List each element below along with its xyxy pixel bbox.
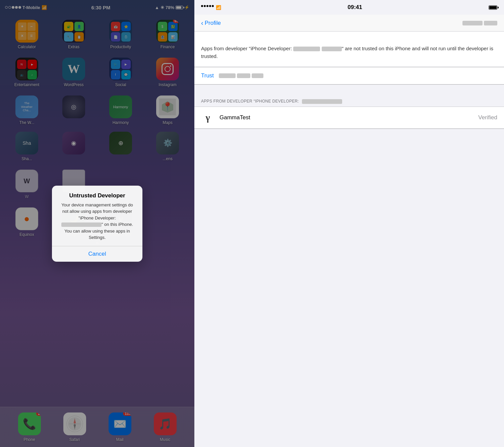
alert-content: Untrusted Developer Your device manageme… [52,186,142,246]
gammatest-row-symbol: γ [205,112,210,123]
top-spacer [194,31,504,38]
alert-message: Your device management settings do not a… [59,202,136,241]
gammatest-row-icon: γ [201,111,214,124]
back-chevron-icon: ‹ [201,19,203,27]
alert-title: Untrusted Developer [59,192,136,199]
desc-redacted-1 [293,47,320,51]
signal-right: 📶 [201,5,221,10]
sig-dot-r1 [201,5,203,7]
section-header-text: APPS FROM DEVELOPER “IPHONE DEVELOPER: [201,99,299,104]
battery-fill-right [489,6,497,9]
section-header: APPS FROM DEVELOPER “IPHONE DEVELOPER: [194,95,504,107]
profile-description: Apps from developer "iPhone Developer: "… [194,38,504,67]
sig-dot-r3 [206,5,208,7]
time-right: 09:41 [348,4,362,11]
desc-part1: Apps from developer "iPhone Developer: [201,46,293,51]
content-spacer [194,129,504,447]
trust-redacted-bar-1 [219,73,236,78]
section-gap [194,85,504,95]
sig-dot-r2 [204,5,206,7]
gammatest-row-name: GammaTest [219,114,473,121]
back-button[interactable]: ‹ Profile [201,19,221,27]
battery-right [489,5,497,10]
nav-bar: ‹ Profile [194,15,504,31]
nav-redacted-bar-1 [462,21,483,25]
alert-msg-part1: Your device management settings do not a… [61,202,133,220]
trust-button[interactable]: Trust [201,72,214,79]
left-panel: T-Mobile 📶 6:30 PM ▲ ✳ 78% ⚡ + − × = Cal… [0,0,194,447]
alert-dialog: Untrusted Developer Your device manageme… [52,186,142,262]
alert-redacted-1 [61,222,102,227]
trust-section: Trust [194,67,504,84]
desc-redacted-2 [322,47,342,51]
section-header-redacted [302,99,342,104]
trust-redacted [219,73,263,78]
trust-redacted-bar-2 [237,73,250,78]
trust-redacted-bar-3 [252,73,263,78]
nav-redacted-bar-2 [484,21,497,25]
sig-dot-r5 [212,5,214,7]
app-row-gammatest: γ GammaTest Verified [194,107,504,129]
wifi-icon-right: 📶 [216,5,221,10]
right-panel: 📶 09:41 ‹ Profile Apps from developer "i… [194,0,504,447]
alert-overlay: Untrusted Developer Your device manageme… [0,0,194,447]
battery-icon-right [489,5,497,10]
sig-dot-r4 [209,5,211,7]
cancel-button[interactable]: Cancel [52,246,142,262]
back-label: Profile [205,20,221,26]
gammatest-row-status: Verified [478,114,497,121]
nav-redacted [462,21,497,25]
status-bar-right: 📶 09:41 [194,0,504,15]
